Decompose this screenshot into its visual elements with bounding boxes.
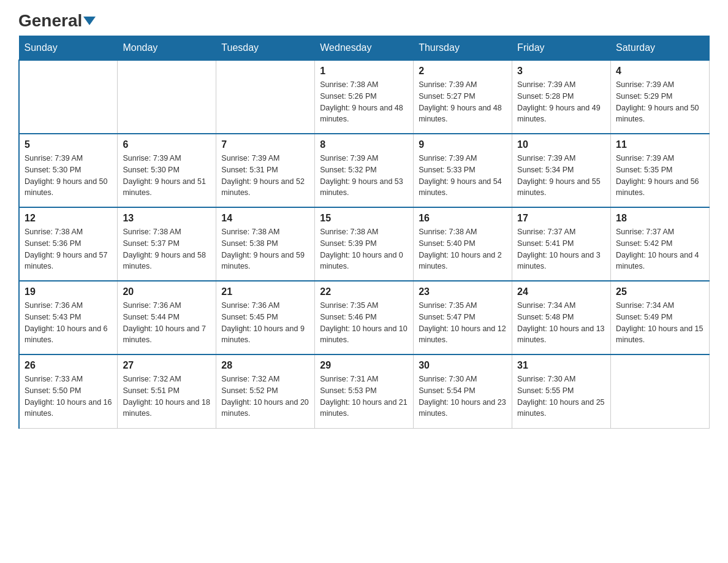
calendar-cell: 3Sunrise: 7:39 AMSunset: 5:28 PMDaylight… [512, 60, 611, 134]
day-number: 26 [25, 360, 112, 371]
day-number: 7 [221, 139, 309, 150]
day-number: 14 [221, 213, 309, 224]
day-info: Sunrise: 7:38 AMSunset: 5:40 PMDaylight:… [419, 226, 507, 272]
calendar-cell: 5Sunrise: 7:39 AMSunset: 5:30 PMDaylight… [19, 134, 118, 207]
calendar-cell: 24Sunrise: 7:34 AMSunset: 5:48 PMDayligh… [512, 281, 611, 354]
day-number: 31 [517, 360, 605, 371]
day-number: 16 [419, 213, 507, 224]
day-info: Sunrise: 7:34 AMSunset: 5:49 PMDaylight:… [616, 300, 704, 346]
calendar-cell: 17Sunrise: 7:37 AMSunset: 5:41 PMDayligh… [512, 207, 611, 281]
day-number: 30 [419, 360, 507, 371]
calendar-cell: 15Sunrise: 7:38 AMSunset: 5:39 PMDayligh… [315, 207, 414, 281]
calendar-cell: 9Sunrise: 7:39 AMSunset: 5:33 PMDaylight… [414, 134, 512, 207]
calendar-header-row: SundayMondayTuesdayWednesdayThursdayFrid… [19, 36, 710, 61]
calendar-week-row: 5Sunrise: 7:39 AMSunset: 5:30 PMDaylight… [19, 134, 710, 207]
day-info: Sunrise: 7:32 AMSunset: 5:51 PMDaylight:… [123, 373, 211, 419]
day-number: 8 [320, 139, 408, 150]
calendar-week-row: 26Sunrise: 7:33 AMSunset: 5:50 PMDayligh… [19, 354, 710, 428]
calendar-cell: 13Sunrise: 7:38 AMSunset: 5:37 PMDayligh… [118, 207, 216, 281]
calendar-table: SundayMondayTuesdayWednesdayThursdayFrid… [18, 36, 710, 429]
day-info: Sunrise: 7:36 AMSunset: 5:45 PMDaylight:… [221, 300, 309, 346]
day-number: 22 [320, 286, 408, 297]
day-number: 5 [25, 139, 112, 150]
calendar-cell: 31Sunrise: 7:30 AMSunset: 5:55 PMDayligh… [512, 354, 611, 428]
calendar-header-friday: Friday [512, 36, 611, 61]
calendar-cell: 2Sunrise: 7:39 AMSunset: 5:27 PMDaylight… [414, 60, 512, 134]
day-info: Sunrise: 7:39 AMSunset: 5:33 PMDaylight:… [419, 153, 507, 199]
day-info: Sunrise: 7:31 AMSunset: 5:53 PMDaylight:… [320, 373, 408, 419]
calendar-cell [611, 354, 710, 428]
calendar-cell: 1Sunrise: 7:38 AMSunset: 5:26 PMDaylight… [315, 60, 414, 134]
day-number: 2 [419, 66, 507, 77]
calendar-cell: 14Sunrise: 7:38 AMSunset: 5:38 PMDayligh… [216, 207, 315, 281]
calendar-header-tuesday: Tuesday [216, 36, 315, 61]
calendar-cell: 12Sunrise: 7:38 AMSunset: 5:36 PMDayligh… [19, 207, 118, 281]
day-number: 29 [320, 360, 408, 371]
day-number: 25 [616, 286, 704, 297]
day-number: 4 [616, 66, 704, 77]
calendar-cell: 22Sunrise: 7:35 AMSunset: 5:46 PMDayligh… [315, 281, 414, 354]
logo-arrow-icon [83, 17, 96, 25]
day-info: Sunrise: 7:36 AMSunset: 5:44 PMDaylight:… [123, 300, 211, 346]
calendar-cell [118, 60, 216, 134]
calendar-cell: 30Sunrise: 7:30 AMSunset: 5:54 PMDayligh… [414, 354, 512, 428]
calendar-cell: 27Sunrise: 7:32 AMSunset: 5:51 PMDayligh… [118, 354, 216, 428]
calendar-cell: 20Sunrise: 7:36 AMSunset: 5:44 PMDayligh… [118, 281, 216, 354]
calendar-cell [19, 60, 118, 134]
day-number: 18 [616, 213, 704, 224]
day-number: 10 [517, 139, 605, 150]
day-info: Sunrise: 7:35 AMSunset: 5:46 PMDaylight:… [320, 300, 408, 346]
calendar-header-wednesday: Wednesday [315, 36, 414, 61]
calendar-cell: 26Sunrise: 7:33 AMSunset: 5:50 PMDayligh… [19, 354, 118, 428]
calendar-cell: 4Sunrise: 7:39 AMSunset: 5:29 PMDaylight… [611, 60, 710, 134]
day-number: 20 [123, 286, 211, 297]
day-info: Sunrise: 7:34 AMSunset: 5:48 PMDaylight:… [517, 300, 605, 346]
calendar-cell: 25Sunrise: 7:34 AMSunset: 5:49 PMDayligh… [611, 281, 710, 354]
day-info: Sunrise: 7:39 AMSunset: 5:31 PMDaylight:… [221, 153, 309, 199]
calendar-week-row: 12Sunrise: 7:38 AMSunset: 5:36 PMDayligh… [19, 207, 710, 281]
day-info: Sunrise: 7:36 AMSunset: 5:43 PMDaylight:… [25, 300, 112, 346]
day-number: 9 [419, 139, 507, 150]
calendar-header-sunday: Sunday [19, 36, 118, 61]
day-info: Sunrise: 7:39 AMSunset: 5:30 PMDaylight:… [123, 153, 211, 199]
calendar-cell: 29Sunrise: 7:31 AMSunset: 5:53 PMDayligh… [315, 354, 414, 428]
day-info: Sunrise: 7:38 AMSunset: 5:39 PMDaylight:… [320, 226, 408, 272]
day-info: Sunrise: 7:37 AMSunset: 5:42 PMDaylight:… [616, 226, 704, 272]
day-info: Sunrise: 7:30 AMSunset: 5:54 PMDaylight:… [419, 373, 507, 419]
calendar-cell: 7Sunrise: 7:39 AMSunset: 5:31 PMDaylight… [216, 134, 315, 207]
calendar-header-thursday: Thursday [414, 36, 512, 61]
calendar-cell: 16Sunrise: 7:38 AMSunset: 5:40 PMDayligh… [414, 207, 512, 281]
calendar-cell: 19Sunrise: 7:36 AMSunset: 5:43 PMDayligh… [19, 281, 118, 354]
calendar-cell: 23Sunrise: 7:35 AMSunset: 5:47 PMDayligh… [414, 281, 512, 354]
day-number: 23 [419, 286, 507, 297]
day-info: Sunrise: 7:39 AMSunset: 5:27 PMDaylight:… [419, 79, 507, 125]
calendar-cell: 28Sunrise: 7:32 AMSunset: 5:52 PMDayligh… [216, 354, 315, 428]
day-number: 27 [123, 360, 211, 371]
calendar-cell: 21Sunrise: 7:36 AMSunset: 5:45 PMDayligh… [216, 281, 315, 354]
calendar-cell: 6Sunrise: 7:39 AMSunset: 5:30 PMDaylight… [118, 134, 216, 207]
day-info: Sunrise: 7:32 AMSunset: 5:52 PMDaylight:… [221, 373, 309, 419]
calendar-week-row: 19Sunrise: 7:36 AMSunset: 5:43 PMDayligh… [19, 281, 710, 354]
day-info: Sunrise: 7:39 AMSunset: 5:28 PMDaylight:… [517, 79, 605, 125]
day-info: Sunrise: 7:38 AMSunset: 5:36 PMDaylight:… [25, 226, 112, 272]
day-info: Sunrise: 7:39 AMSunset: 5:32 PMDaylight:… [320, 153, 408, 199]
day-number: 11 [616, 139, 704, 150]
day-info: Sunrise: 7:38 AMSunset: 5:37 PMDaylight:… [123, 226, 211, 272]
day-number: 17 [517, 213, 605, 224]
day-number: 24 [517, 286, 605, 297]
calendar-cell [216, 60, 315, 134]
day-info: Sunrise: 7:39 AMSunset: 5:29 PMDaylight:… [616, 79, 704, 125]
calendar-cell: 11Sunrise: 7:39 AMSunset: 5:35 PMDayligh… [611, 134, 710, 207]
day-info: Sunrise: 7:39 AMSunset: 5:34 PMDaylight:… [517, 153, 605, 199]
day-info: Sunrise: 7:30 AMSunset: 5:55 PMDaylight:… [517, 373, 605, 419]
day-number: 13 [123, 213, 211, 224]
calendar-header-monday: Monday [118, 36, 216, 61]
day-number: 19 [25, 286, 112, 297]
calendar-header-saturday: Saturday [611, 36, 710, 61]
page-header: General [18, 12, 710, 29]
day-info: Sunrise: 7:38 AMSunset: 5:38 PMDaylight:… [221, 226, 309, 272]
day-number: 21 [221, 286, 309, 297]
calendar-cell: 10Sunrise: 7:39 AMSunset: 5:34 PMDayligh… [512, 134, 611, 207]
day-info: Sunrise: 7:38 AMSunset: 5:26 PMDaylight:… [320, 79, 408, 125]
day-number: 1 [320, 66, 408, 77]
